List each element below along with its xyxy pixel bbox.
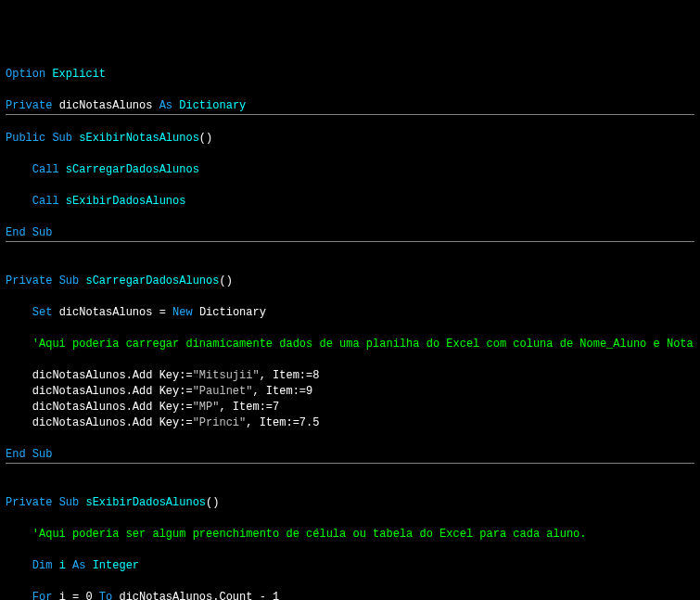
identifier: dicNotasAlunos	[59, 99, 153, 112]
code-line: Private dicNotasAlunos As Dictionary	[6, 99, 246, 112]
sub-name: sCarregarDadosAlunos	[85, 274, 219, 287]
divider	[6, 241, 694, 242]
keyword: Public	[6, 132, 45, 145]
keyword: Sub	[52, 132, 72, 145]
statement: , Item:=	[246, 416, 299, 429]
sub-name: sExibirNotasAlunos	[79, 132, 199, 145]
statement: dicNotasAlunos.Add Key:=	[32, 369, 193, 382]
code-line: End Sub	[6, 226, 52, 239]
code-line: Public Sub sExibirNotasAlunos()	[6, 132, 212, 145]
code-line: dicNotasAlunos.Add Key:="MP", Item:=7	[6, 401, 279, 414]
operator: =	[72, 591, 79, 600]
statement: dicNotasAlunos.Add Key:=	[32, 416, 193, 429]
string: "Mitsujii"	[193, 369, 260, 382]
code-line: Call sExibirDadosAlunos	[6, 195, 185, 208]
keyword: Private	[6, 496, 52, 509]
keyword: Private	[6, 274, 52, 287]
keyword: Sub	[32, 226, 53, 239]
number: 7	[273, 401, 279, 414]
keyword: Dim	[32, 559, 53, 572]
code-line: Call sCarregarDadosAlunos	[6, 163, 199, 176]
parens: ()	[219, 274, 232, 287]
comment: 'Aqui poderia ser algum preenchimento de…	[32, 528, 587, 541]
keyword: Set	[32, 306, 53, 319]
code-line: dicNotasAlunos.Add Key:="Princi", Item:=…	[6, 416, 319, 429]
identifier: i	[59, 559, 66, 572]
statement: dicNotasAlunos.Add Key:=	[32, 385, 193, 398]
string: "Princi"	[193, 416, 247, 429]
keyword: Sub	[59, 496, 80, 509]
number: 7.5	[299, 416, 320, 429]
number: 9	[306, 385, 312, 398]
identifier: dicNotasAlunos.Count	[119, 591, 252, 600]
keyword: As	[159, 99, 172, 112]
code-line: End Sub	[6, 448, 52, 461]
keyword: As	[72, 559, 85, 572]
number: 1	[273, 591, 279, 600]
type: Dictionary	[179, 99, 246, 112]
code-line: dicNotasAlunos.Add Key:="Paulnet", Item:…	[6, 385, 312, 398]
identifier: sCarregarDadosAlunos	[66, 163, 199, 176]
string: "Paulnet"	[193, 385, 253, 398]
keyword: Explicit	[52, 68, 106, 81]
divider	[6, 114, 694, 115]
type: Integer	[93, 559, 139, 572]
number: 0	[85, 591, 92, 600]
keyword: Call	[32, 195, 59, 208]
string: "MP"	[193, 401, 220, 414]
operator: =	[159, 306, 166, 319]
code-line: 'Aqui poderia ser algum preenchimento de…	[6, 528, 587, 541]
divider	[6, 463, 694, 464]
code-line: Dim i As Integer	[6, 559, 139, 572]
code-line: Private Sub sCarregarDadosAlunos()	[6, 274, 233, 287]
identifier: dicNotasAlunos	[59, 306, 153, 319]
code-line: dicNotasAlunos.Add Key:="Mitsujii", Item…	[6, 369, 319, 382]
keyword: Option	[6, 68, 45, 81]
operator: -	[260, 591, 266, 600]
identifier: i	[59, 591, 66, 600]
parens: ()	[199, 132, 212, 145]
type: Dictionary	[199, 306, 266, 319]
code-line: Option Explicit	[6, 68, 106, 81]
code-line: For i = 0 To dicNotasAlunos.Count - 1	[6, 591, 279, 600]
keyword: Call	[32, 163, 59, 176]
statement: , Item:=	[260, 369, 313, 382]
keyword: Sub	[59, 274, 80, 287]
keyword: Sub	[32, 448, 53, 461]
keyword: End	[6, 226, 26, 239]
keyword: End	[6, 448, 26, 461]
code-line: Private Sub sExibirDadosAlunos()	[6, 496, 219, 509]
number: 8	[312, 369, 319, 382]
parens: ()	[206, 496, 219, 509]
keyword: To	[99, 591, 112, 600]
identifier: sExibirDadosAlunos	[66, 195, 186, 208]
code-line: 'Aqui poderia carregar dinamicamente dad…	[6, 338, 694, 351]
statement: dicNotasAlunos.Add Key:=	[32, 401, 193, 414]
statement: , Item:=	[252, 385, 306, 398]
code-block: Option Explicit Private dicNotasAlunos A…	[6, 67, 694, 600]
comment: 'Aqui poderia carregar dinamicamente dad…	[32, 338, 694, 351]
keyword: For	[32, 591, 53, 600]
code-line: Set dicNotasAlunos = New Dictionary	[6, 306, 266, 319]
keyword: Private	[6, 99, 52, 112]
keyword: New	[172, 306, 193, 319]
statement: , Item:=	[219, 401, 273, 414]
sub-name: sExibirDadosAlunos	[85, 496, 206, 509]
